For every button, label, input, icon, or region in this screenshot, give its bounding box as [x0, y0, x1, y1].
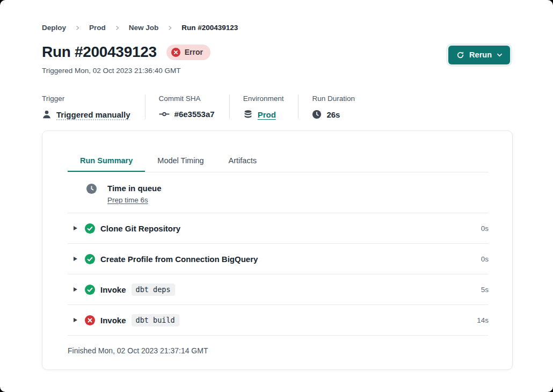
finished-timestamp: Finished Mon, 02 Oct 2023 21:37:14 GMT: [68, 336, 489, 369]
breadcrumb-current-run: Run #200439123: [181, 24, 238, 32]
breadcrumb-new-job[interactable]: New Job: [129, 24, 159, 32]
step-title: Invoke: [100, 285, 126, 294]
step-duration: 14s: [477, 316, 489, 324]
caret-right-icon[interactable]: [74, 226, 77, 230]
tab-run-summary[interactable]: Run Summary: [68, 151, 145, 172]
git-commit-icon: [159, 111, 170, 118]
step-duration: 0s: [481, 255, 489, 263]
meta-duration-label: Run Duration: [312, 95, 355, 103]
meta-environment: Environment Prod: [229, 95, 299, 119]
success-check-icon: [85, 285, 95, 295]
step-title: Create Profile from Connection BigQuery: [100, 255, 258, 264]
error-circle-icon: [171, 48, 180, 57]
step-row-dbt-deps[interactable]: Invoke dbt deps 5s: [68, 274, 489, 305]
step-row-clone-git[interactable]: Clone Git Repository 0s: [68, 213, 489, 244]
tab-artifacts[interactable]: Artifacts: [216, 151, 269, 172]
chevron-right-icon: [75, 25, 80, 31]
tab-bar: Run Summary Model Timing Artifacts: [68, 151, 489, 172]
step-command-chip: dbt deps: [132, 284, 175, 296]
triggered-timestamp: Triggered Mon, 02 Oct 2023 21:36:40 GMT: [42, 67, 210, 75]
rerun-button[interactable]: Rerun: [448, 46, 510, 64]
meta-environment-label: Environment: [243, 95, 284, 103]
breadcrumb: Deploy Prod New Job Run #200439123: [42, 24, 510, 32]
refresh-icon: [456, 51, 464, 59]
meta-commit-value: #6e3553a7: [174, 110, 215, 119]
clock-icon: [312, 110, 322, 119]
meta-trigger-value[interactable]: Triggered manually: [56, 110, 130, 119]
page-header: Run #200439123 Error Triggered Mon, 02 O…: [42, 43, 510, 75]
page-title: Run #200439123: [42, 43, 157, 61]
prep-time-link[interactable]: Prep time 6s: [107, 196, 148, 204]
meta-commit-label: Commit SHA: [159, 95, 215, 103]
error-circle-icon: [85, 315, 95, 325]
caret-right-icon[interactable]: [74, 257, 77, 261]
breadcrumb-prod[interactable]: Prod: [89, 24, 106, 32]
step-row-create-profile[interactable]: Create Profile from Connection BigQuery …: [68, 244, 489, 274]
meta-trigger-label: Trigger: [42, 95, 130, 103]
step-command-chip: dbt build: [132, 314, 179, 326]
chevron-right-icon: [168, 25, 172, 31]
rerun-button-label: Rerun: [469, 50, 492, 59]
queue-title: Time in queue: [107, 184, 162, 193]
meta-duration-value: 26s: [326, 110, 340, 119]
step-duration: 0s: [481, 224, 489, 233]
run-details-page: Deploy Prod New Job Run #200439123 Run #…: [0, 0, 553, 392]
meta-duration: Run Duration 26s: [298, 95, 369, 119]
tab-model-timing[interactable]: Model Timing: [145, 151, 216, 172]
status-badge-label: Error: [185, 48, 203, 56]
meta-environment-value[interactable]: Prod: [258, 110, 276, 119]
chevron-down-icon: [497, 52, 503, 58]
step-duration: 5s: [481, 286, 489, 294]
success-check-icon: [85, 223, 95, 234]
queue-row: Time in queue Prep time 6s: [68, 172, 489, 213]
run-meta-strip: Trigger Triggered manually Commit SHA #6…: [42, 95, 510, 119]
chevron-right-icon: [115, 25, 120, 31]
person-icon: [42, 110, 52, 119]
step-title: Invoke: [100, 316, 126, 325]
caret-right-icon[interactable]: [74, 318, 77, 322]
meta-trigger: Trigger Triggered manually: [42, 95, 145, 119]
database-icon: [243, 110, 253, 119]
success-check-icon: [85, 254, 95, 264]
status-badge: Error: [166, 45, 210, 60]
run-summary-card: Run Summary Model Timing Artifacts Time …: [42, 130, 513, 370]
step-title: Clone Git Repository: [100, 224, 180, 233]
caret-right-icon[interactable]: [74, 287, 77, 292]
breadcrumb-deploy[interactable]: Deploy: [42, 24, 66, 32]
queue-clock-icon: [86, 184, 97, 194]
step-row-dbt-build[interactable]: Invoke dbt build 14s: [68, 305, 489, 336]
meta-commit: Commit SHA #6e3553a7: [145, 95, 229, 119]
